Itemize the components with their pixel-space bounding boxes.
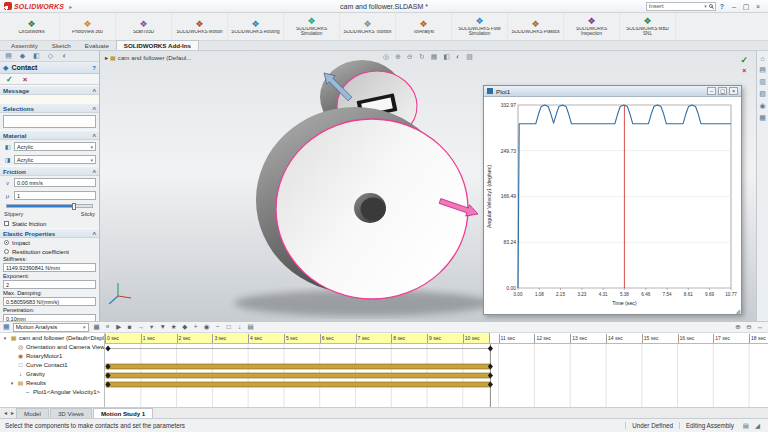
play-icon[interactable]: ▶ [114,322,124,332]
dimxpertmanager-tab-icon[interactable]: ◇ [44,51,57,61]
add-key-icon[interactable]: + [191,322,201,332]
section-header-message[interactable]: Message ˄ [0,85,99,95]
plot-window-titlebar[interactable]: Plot1 –▢× [484,86,741,97]
propertymanager-tab-icon[interactable]: ◆ [16,51,29,61]
tab-3d-views[interactable]: 3D Views [50,408,92,418]
gravity-element-icon[interactable]: ↓ [235,322,245,332]
status-resize-grip-icon[interactable]: ◢ [752,422,763,430]
motion-tree-item-plot[interactable]: ~Plot1<Angular Velocity1> [0,387,104,396]
taskpane-resources-icon[interactable]: ⌂ [760,55,764,62]
display-style-icon[interactable]: ◧ [443,53,450,61]
zoom-out-icon[interactable]: ⊖ [407,53,413,61]
section-header-friction[interactable]: Friction ˄ [0,166,99,176]
section-header-elastic-properties[interactable]: Elastic Properties ˄ [0,228,99,238]
plot-restore-button[interactable]: ▢ [718,87,727,95]
motion-tree-item-rotary-motor[interactable]: ◉RotaryMotor1 [0,351,104,360]
ribbon-item-solidworks-simulation[interactable]: ❖SOLIDWORKS Simulation [284,13,340,40]
stop-icon[interactable]: ■ [125,322,135,332]
timeline-ruler[interactable]: 0 sec1 sec2 sec3 sec4 sec5 sec6 sec7 sec… [105,333,768,344]
spring-element-icon[interactable]: ~ [213,322,223,332]
pm-help-icon[interactable]: ? [92,65,96,71]
hide-show-items-icon[interactable]: ◐ [456,53,460,61]
radio-selected-icon[interactable] [4,240,9,245]
friction-velocity-field[interactable]: 0.00 mm/s [14,178,96,187]
penetration-field[interactable]: 0.10mm [3,314,96,321]
plot-minimize-button[interactable]: – [707,87,716,95]
expand-arrow-icon[interactable]: ▾ [2,335,8,341]
tabs-scroll-left-icon[interactable]: ◂ [2,410,9,416]
contact-element-icon[interactable]: □ [224,322,234,332]
zoom-fit-icon[interactable]: ◎ [383,53,389,61]
selection-list[interactable] [3,115,96,128]
playback-mode-icon[interactable]: → [136,322,146,332]
motor-element-icon[interactable]: ◉ [202,322,212,332]
menu-expand-arrow-icon[interactable]: ▸ [69,3,72,10]
help-icon[interactable]: ? [720,3,724,10]
tab-assembly[interactable]: Assembly [4,41,45,50]
motion-tree-item-assembly[interactable]: ▾▦cam and follower (Default<Displ... [0,333,104,342]
section-header-selections[interactable]: Selections ˄ [0,103,99,113]
taskpane-custom-properties-icon[interactable]: ▦ [759,114,766,122]
material-2-dropdown[interactable]: Acrylic ▾ [14,155,96,164]
material-1-dropdown[interactable]: Acrylic ▾ [14,142,96,151]
timeline-zoom-out-icon[interactable]: ⊖ [744,322,754,332]
timeline-tracks[interactable] [105,344,767,407]
timeline-fit-icon[interactable]: ↔ [755,322,765,332]
impact-radio[interactable]: Impact [0,238,99,247]
ok-button[interactable]: ✓ [6,75,13,84]
plot-close-button[interactable]: × [729,87,738,95]
ribbon-item-solidworks-plastics[interactable]: ❖SOLIDWORKS Plastics [508,13,564,40]
ribbon-item-scanto3d[interactable]: ❖ScanTo3D [116,13,172,40]
exponent-field[interactable]: 2 [3,280,96,289]
motion-tree-item-contact[interactable]: □Curve Contact1 [0,360,104,369]
tab-model[interactable]: Model [16,408,49,418]
restitution-radio[interactable]: Restitution coefficient [0,247,99,256]
animation-wizard-icon[interactable]: ★ [169,322,179,332]
search-dropdown-icon[interactable]: ▾ [704,3,707,9]
static-friction-checkbox[interactable]: Static friction [0,219,99,228]
status-pane-icon[interactable]: ▤ [740,422,752,430]
taskpane-appearances-icon[interactable]: ◉ [759,102,765,110]
calculate-icon[interactable]: ▦ [92,322,102,332]
breadcrumb-arrow-icon[interactable]: ▸ [105,54,108,61]
taskpane-design-library-icon[interactable]: ▤ [759,66,766,74]
ribbon-item-solidworks-flow-simulation[interactable]: ❖SOLIDWORKS Flow Simulation [452,13,508,40]
app-menu[interactable]: SOLIDWORKS ▸ [4,2,72,10]
taskpane-file-explorer-icon[interactable]: ▥ [759,78,766,86]
taskpane-view-palette-icon[interactable]: ▧ [759,90,766,98]
zoom-in-icon[interactable]: ⊕ [395,53,401,61]
motion-tree-item-orientation-camera[interactable]: ◎Orientation and Camera Views [0,342,104,351]
ribbon-item-solidworks-motion[interactable]: ❖SOLIDWORKS Motion [172,13,228,40]
section-header-material[interactable]: Material ˄ [0,130,99,140]
stiffness-field[interactable]: 1149.92390841 N/mm [3,263,96,272]
resize-grip-icon[interactable]: ◢ [735,307,740,314]
motion-tree-item-results-folder[interactable]: ▾▤Results [0,378,104,387]
ribbon-item-tolanalyst[interactable]: ❖TolAnalyst [396,13,452,40]
ribbon-item-solidworks-toolbox[interactable]: ❖SOLIDWORKS Toolbox [340,13,396,40]
checkbox-icon[interactable] [4,221,9,226]
save-animation-icon[interactable]: ▼ [158,322,168,332]
search-box[interactable]: Insert ▾ [646,2,716,11]
close-button[interactable]: × [752,1,764,12]
ribbon-item-solidworks-routing[interactable]: ❖SOLIDWORKS Routing [228,13,284,40]
friction-slider[interactable] [6,204,93,208]
restore-button[interactable]: ▢ [740,1,752,12]
expand-arrow-icon[interactable]: ▾ [9,380,15,386]
tabs-scroll-right-icon[interactable]: ▸ [9,410,16,416]
autokey-icon[interactable]: ◆ [180,322,190,332]
tab-motion-study-1[interactable]: Motion Study 1 [93,408,153,418]
configurationmanager-tab-icon[interactable]: ◧ [30,51,43,61]
breadcrumb[interactable]: ▸ ▦ cam and follower (Defaul... [105,54,191,61]
friction-slider-thumb[interactable] [72,203,76,210]
friction-coefficient-field[interactable]: 1 [14,191,96,200]
playback-speed-icon[interactable]: ▾ [147,322,157,332]
status-editing-mode[interactable]: Editing Assembly [679,422,740,429]
ribbon-item-photoview-360[interactable]: ❖PhotoView 360 [60,13,116,40]
ribbon-item-solidworks-mbd-snl[interactable]: ❖SOLIDWORKS MBD SNL [620,13,676,40]
featuremanager-tree-tab-icon[interactable]: ▤ [2,51,15,61]
section-view-icon[interactable]: ▨ [466,53,473,61]
timeline-area[interactable]: 0 sec1 sec2 sec3 sec4 sec5 sec6 sec7 sec… [105,333,768,407]
timeline-zoom-in-icon[interactable]: ⊕ [733,322,743,332]
max-damping-field[interactable]: 0.58059683 N/(mm/s) [3,297,96,306]
search-input[interactable]: Insert [649,3,702,9]
